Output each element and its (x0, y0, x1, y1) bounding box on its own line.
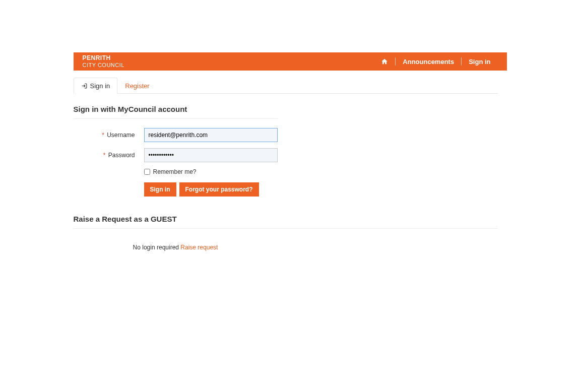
required-star: * (103, 152, 106, 159)
remember-row: Remember me? (144, 168, 278, 175)
button-row: Sign in Forgot your password? (144, 182, 278, 197)
password-input[interactable] (144, 148, 278, 162)
tab-signin-label: Sign in (90, 82, 110, 90)
signin-icon (81, 83, 88, 89)
tab-register-label: Register (125, 82, 149, 90)
logo: PENRITH CITY COUNCIL (83, 55, 124, 68)
signin-button[interactable]: Sign in (144, 182, 176, 197)
logo-bottom: CITY COUNCIL (83, 62, 124, 68)
divider (74, 228, 498, 229)
username-row: * Username (74, 128, 278, 142)
required-star: * (102, 132, 104, 139)
guest-section: Raise a Request as a GUEST No login requ… (74, 215, 498, 257)
guest-heading: Raise a Request as a GUEST (74, 215, 498, 223)
guest-prefix: No login required (133, 244, 181, 251)
home-link[interactable] (374, 58, 395, 65)
divider (74, 118, 278, 119)
guest-row: No login required Raise request (74, 238, 278, 257)
home-icon (381, 58, 388, 65)
password-label: * Password (74, 152, 144, 159)
username-input[interactable] (144, 128, 278, 142)
header-bar: PENRITH CITY COUNCIL Announcements Sign … (74, 52, 507, 71)
raise-request-link[interactable]: Raise request (180, 244, 218, 251)
forgot-password-button[interactable]: Forgot your password? (179, 182, 259, 197)
announcements-link[interactable]: Announcements (396, 58, 461, 66)
tabs: Sign in Register (74, 78, 498, 94)
tab-register[interactable]: Register (117, 78, 157, 94)
remember-checkbox[interactable] (144, 169, 150, 175)
password-row: * Password (74, 148, 278, 162)
logo-top: PENRITH (83, 55, 124, 61)
tab-signin[interactable]: Sign in (74, 78, 118, 94)
signin-link[interactable]: Sign in (462, 58, 497, 66)
signin-heading: Sign in with MyCouncil account (74, 105, 278, 113)
remember-label: Remember me? (153, 168, 197, 175)
header-nav: Announcements Sign in (374, 57, 497, 66)
username-label: * Username (74, 132, 144, 139)
